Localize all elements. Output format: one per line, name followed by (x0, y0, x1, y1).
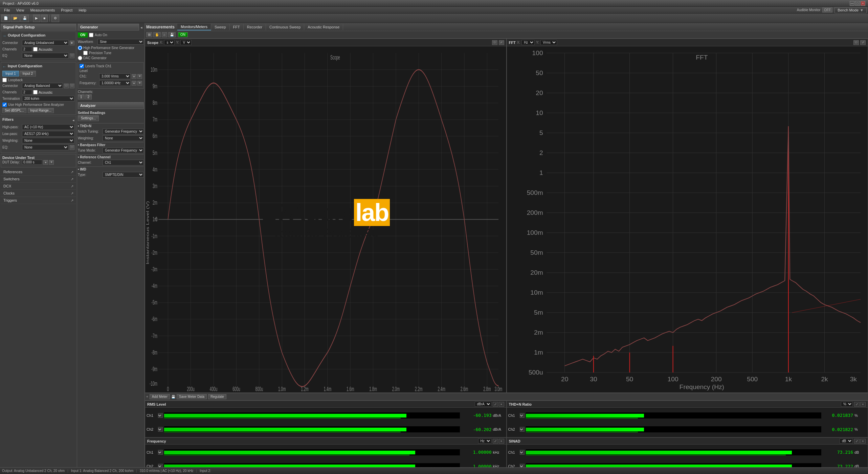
dut-delay-down[interactable]: ▼ (49, 160, 54, 165)
ch1-btn[interactable]: 1 (78, 94, 85, 99)
filter-eq-select[interactable]: None (22, 144, 69, 150)
highpass-select[interactable]: AC (<10 Hz) (22, 124, 74, 130)
analyzer-weighting-select[interactable]: None (103, 135, 144, 141)
ch1-level-up[interactable]: ▲ (132, 74, 136, 79)
meter-rms-close[interactable]: × (499, 402, 504, 407)
output-eq-arrow[interactable]: □ (70, 53, 74, 58)
meter-freq-ch1-select[interactable]: ▼ (158, 450, 163, 455)
levels-track-check[interactable] (80, 64, 84, 68)
generator-expand[interactable]: ◂ (139, 25, 144, 30)
input-tab-2[interactable]: Input 2 (20, 71, 36, 76)
meter-sinad-ch1-select[interactable]: ▼ (520, 450, 525, 455)
output-eq-select[interactable]: None (22, 53, 69, 59)
meter-thdn-ch1-select[interactable]: ▼ (520, 413, 525, 418)
meter-thdn-unit[interactable]: % (841, 402, 853, 407)
fft-y-select[interactable]: Vrms (540, 40, 557, 45)
bench-mode-arrow[interactable]: ▼ (860, 8, 864, 12)
dut-delay-up[interactable]: ▲ (43, 160, 48, 165)
window-controls[interactable]: — □ × (850, 1, 865, 6)
sidebar-clocks[interactable]: Clocks ↗ (1, 190, 76, 197)
precision-tune-check[interactable] (83, 51, 88, 55)
audible-monitor-off[interactable]: OFF (822, 7, 832, 13)
imd-type-select[interactable]: SMPTE/DIN (103, 172, 144, 178)
analyzer-settings-btn[interactable]: Settings... (78, 115, 99, 121)
meter-thdn-resize[interactable]: ⤢ (854, 402, 860, 407)
meter-freq-resize[interactable]: ⤢ (493, 439, 498, 444)
sidebar-dcx[interactable]: DCX ↗ (1, 183, 76, 190)
set-dbspl-btn[interactable]: Set dBSPL... (2, 108, 26, 113)
ref-channel-select[interactable]: Ch1 (103, 160, 144, 165)
open-btn[interactable]: 📂 (11, 15, 20, 22)
auto-on-check[interactable] (89, 33, 93, 37)
fft-expand-btn[interactable]: □ (853, 40, 859, 45)
save-btn[interactable]: 💾 (20, 15, 29, 22)
menu-project[interactable]: Project (58, 7, 75, 13)
tab-continuous-sweep[interactable]: Continuous Sweep (266, 24, 304, 30)
input-range-btn[interactable]: Input Range... (28, 108, 54, 113)
sidebar-triggers[interactable]: Triggers ↗ (1, 197, 76, 204)
loopback-check[interactable] (2, 78, 7, 82)
meter-thdn-close[interactable]: × (860, 402, 866, 407)
frequency-select[interactable]: 1.00000 kHz (99, 80, 131, 86)
termination-select[interactable]: 200 kohm (22, 96, 74, 101)
meter-sinad-close[interactable]: × (860, 439, 866, 444)
meter-freq-unit[interactable]: Hz (478, 438, 491, 444)
input-connector-select[interactable]: Analog Balanced (22, 83, 63, 89)
meter-rms-resize[interactable]: ⤢ (493, 402, 498, 407)
menu-view[interactable]: View (14, 7, 27, 13)
tab-fft[interactable]: FFT (230, 24, 244, 30)
stop-btn[interactable]: ■ (41, 15, 48, 22)
bench-mode-area[interactable]: Bench Mode ▼ (834, 7, 867, 13)
tune-mode-select[interactable]: Generator Frequency (103, 148, 144, 153)
chart-reset-btn[interactable]: ⌂ (162, 32, 167, 37)
meter-rms-ch1-select[interactable]: ▼ (158, 413, 163, 418)
output-connector-arrow[interactable]: ▶ (70, 41, 74, 45)
freq-up[interactable]: ▲ (132, 81, 136, 86)
fft-fullscreen-btn[interactable]: ⤢ (860, 40, 866, 45)
filters-expand[interactable]: ◂ (72, 118, 74, 122)
tab-recorder[interactable]: Recorder (244, 24, 266, 30)
minimize-button[interactable]: — (850, 1, 854, 6)
chart-pan-btn[interactable]: ✋ (153, 32, 161, 37)
save-meter-btn[interactable]: Save Meter Data (177, 394, 207, 399)
chart-save-btn[interactable]: 💾 (168, 32, 176, 37)
run-btn[interactable]: ▶ (33, 15, 40, 22)
scope-x-select[interactable]: s (164, 40, 175, 45)
input-connector-arr2[interactable]: □ (70, 84, 74, 88)
meter-freq-close[interactable]: × (499, 439, 504, 444)
chart-zoom-btn[interactable]: ⊞ (146, 32, 152, 37)
waveform-select[interactable]: Sine (97, 39, 144, 45)
dac-gen-radio[interactable] (78, 56, 82, 60)
notch-tuning-select[interactable]: Generator Frequency (103, 129, 144, 134)
ch1-level-down[interactable]: ▼ (137, 74, 142, 79)
high-perf-check[interactable] (2, 103, 7, 107)
meter-sinad-unit[interactable]: dB (840, 438, 853, 444)
menu-help[interactable]: Help (76, 7, 89, 13)
lowpass-select[interactable]: AES17 (20 kHz) (22, 131, 74, 137)
input-acoustic-check[interactable] (33, 90, 38, 94)
chart-on-btn[interactable]: ON (178, 32, 188, 37)
scope-fullscreen-btn[interactable]: ⤢ (499, 40, 504, 45)
scope-expand-btn[interactable]: □ (492, 40, 497, 45)
output-acoustic-check[interactable] (33, 47, 38, 51)
tab-monitors-meters[interactable]: Monitors/Meters (177, 24, 211, 30)
input-channels-input[interactable] (22, 90, 32, 95)
meter-rms-ch2-select[interactable]: ▼ (158, 427, 163, 432)
sidebar-switchers[interactable]: Switchers ↗ (1, 176, 76, 183)
sidebar-references[interactable]: References ↗ (1, 168, 76, 176)
ch2-btn[interactable]: 2 (85, 94, 92, 99)
generator-on-btn[interactable]: ON (78, 32, 88, 38)
menu-file[interactable]: File (1, 7, 13, 13)
add-meter-btn[interactable]: Add Meter (150, 394, 170, 399)
meter-rms-unit[interactable]: dBrA (475, 402, 491, 407)
output-channels-input[interactable] (22, 47, 32, 52)
scope-y-select[interactable]: V (180, 40, 192, 45)
filter-eq-arrow[interactable]: □ (70, 145, 74, 150)
input-tab-1[interactable]: Input 1 (2, 71, 19, 76)
new-btn[interactable]: 📄 (1, 15, 10, 22)
settings-btn[interactable]: ⚙ (51, 15, 59, 22)
ch1-level-select[interactable]: 3.000 Vrms (99, 73, 131, 79)
dut-delay-input[interactable] (22, 160, 42, 165)
fft-x-select[interactable]: Hz (521, 40, 535, 45)
tab-acoustic-response[interactable]: Acoustic Response (304, 24, 343, 30)
